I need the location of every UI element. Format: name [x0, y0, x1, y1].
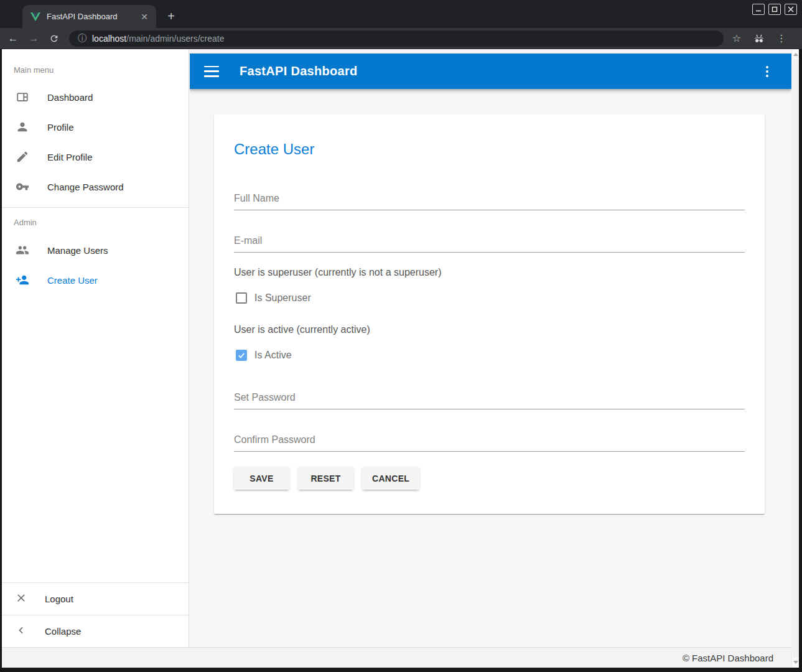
sidebar-section-admin: Admin	[2, 218, 189, 227]
confirm-password-placeholder: Confirm Password	[234, 434, 745, 446]
maximize-button[interactable]	[768, 4, 781, 15]
close-button[interactable]	[785, 4, 797, 15]
full-name-field[interactable]: Full Name	[234, 192, 745, 210]
vertical-scrollbar[interactable]	[791, 49, 799, 668]
tab-close-icon[interactable]: ✕	[139, 11, 150, 22]
create-user-card: Create User Full Name E-mail User is sup…	[214, 114, 765, 514]
reset-button[interactable]: RESET	[298, 467, 353, 490]
sidebar-item-change-password[interactable]: Change Password	[2, 172, 189, 202]
full-name-placeholder: Full Name	[234, 192, 745, 205]
browser-menu-icon[interactable]: ⋮	[775, 32, 788, 45]
url-host: localhost	[92, 34, 126, 44]
reload-icon[interactable]	[47, 31, 62, 46]
scroll-down-icon[interactable]	[793, 661, 798, 664]
address-bar[interactable]: ⓘ localhost/main/admin/users/create	[69, 30, 724, 47]
new-tab-button[interactable]: +	[163, 8, 179, 24]
sidebar-item-label: Change Password	[47, 182, 124, 192]
close-x-icon	[15, 592, 27, 607]
active-checkbox[interactable]	[236, 350, 247, 361]
url-path: /main/admin/users/create	[126, 34, 224, 44]
browser-window: FastAPI Dashboard ✕ + ← → ⓘ localhost/ma…	[0, 0, 802, 672]
superuser-hint: User is superuser (currently is not a su…	[234, 266, 745, 279]
sidebar-item-create-user[interactable]: Create User	[2, 265, 189, 295]
sidebar-item-collapse[interactable]: Collapse	[2, 615, 189, 647]
sidebar-section-main: Main menu	[2, 65, 189, 75]
sidebar-item-edit-profile[interactable]: Edit Profile	[2, 142, 189, 172]
hamburger-menu-icon[interactable]	[204, 66, 219, 77]
sidebar-divider	[2, 207, 189, 208]
tab-title: FastAPI Dashboard	[47, 12, 139, 21]
email-field[interactable]: E-mail	[234, 235, 745, 253]
active-hint: User is active (currently active)	[234, 324, 745, 336]
minimize-button[interactable]	[752, 4, 765, 15]
superuser-checkbox-label: Is Superuser	[254, 292, 311, 304]
sidebar-item-profile[interactable]: Profile	[2, 112, 189, 142]
key-icon	[15, 179, 30, 194]
forward-icon[interactable]: →	[26, 31, 41, 46]
page-footer: © FastAPI Dashboard	[2, 647, 791, 668]
copyright-text: © FastAPI Dashboard	[683, 653, 773, 663]
sidebar: Main menu Dashboard Profile Edit Profile	[2, 49, 189, 647]
superuser-checkbox[interactable]	[236, 292, 247, 304]
superuser-checkbox-row: Is Superuser	[234, 291, 745, 305]
browser-tab[interactable]: FastAPI Dashboard ✕	[22, 5, 156, 28]
sidebar-item-logout[interactable]: Logout	[2, 583, 189, 615]
main-content: FastAPI Dashboard Create User Full Name …	[190, 49, 791, 647]
sidebar-item-label: Collapse	[45, 626, 81, 637]
sidebar-item-label: Manage Users	[47, 245, 108, 256]
vue-logo-icon	[30, 12, 40, 22]
appbar-menu-icon[interactable]	[763, 63, 771, 80]
set-password-placeholder: Set Password	[234, 391, 745, 404]
email-placeholder: E-mail	[234, 235, 745, 247]
sidebar-item-manage-users[interactable]: Manage Users	[2, 235, 189, 265]
dashboard-icon	[15, 90, 30, 105]
active-checkbox-row: Is Active	[234, 348, 745, 362]
save-button[interactable]: SAVE	[234, 467, 289, 490]
cancel-button[interactable]: CANCEL	[362, 467, 419, 490]
sidebar-item-label: Edit Profile	[47, 152, 93, 162]
sidebar-item-dashboard[interactable]: Dashboard	[2, 82, 189, 112]
scroll-up-icon[interactable]	[793, 53, 798, 56]
sidebar-item-label: Create User	[47, 275, 98, 286]
bookmark-star-icon[interactable]: ☆	[730, 32, 744, 45]
sidebar-item-label: Logout	[45, 594, 73, 604]
set-password-field[interactable]: Set Password	[234, 391, 745, 409]
confirm-password-field[interactable]: Confirm Password	[234, 434, 745, 452]
chevron-left-icon	[15, 624, 27, 639]
site-info-icon[interactable]: ⓘ	[78, 33, 86, 44]
back-icon[interactable]: ←	[6, 31, 21, 46]
pencil-icon	[15, 149, 30, 164]
page-viewport: Main menu Dashboard Profile Edit Profile	[2, 49, 799, 668]
sidebar-item-label: Profile	[47, 122, 74, 133]
person-icon	[15, 119, 30, 134]
people-icon	[15, 243, 30, 258]
person-add-icon	[15, 273, 30, 287]
scrollbar-thumb[interactable]	[793, 59, 799, 658]
incognito-icon[interactable]	[752, 32, 766, 45]
sidebar-item-label: Dashboard	[47, 92, 93, 103]
app-bar: FastAPI Dashboard	[190, 54, 791, 89]
browser-toolbar: ← → ⓘ localhost/main/admin/users/create …	[0, 28, 802, 49]
tab-strip: FastAPI Dashboard ✕ +	[0, 0, 802, 28]
card-title: Create User	[234, 141, 745, 158]
app-title: FastAPI Dashboard	[240, 64, 763, 78]
active-checkbox-label: Is Active	[254, 350, 292, 361]
form-actions: SAVE RESET CANCEL	[234, 467, 745, 490]
